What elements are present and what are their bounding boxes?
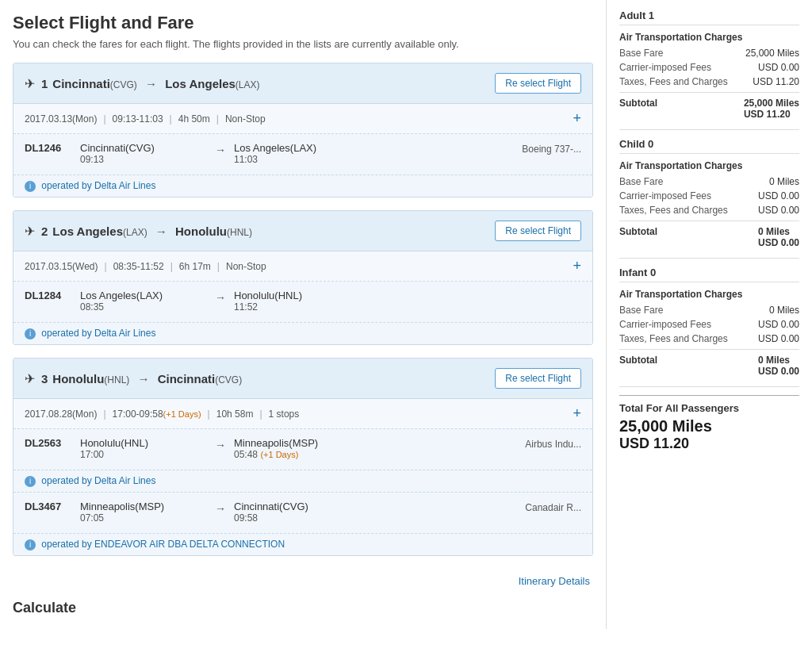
- child-subtotal-row: Subtotal 0 Miles USD 0.00: [619, 221, 799, 248]
- flight-number-2: 2: [41, 224, 48, 238]
- segment-arrow-2-0: →: [215, 290, 226, 304]
- child-base-fare-label: Base Fare: [619, 176, 663, 187]
- child-carrier-fees-value: USD 0.00: [758, 190, 799, 201]
- flight-header-3: ✈ 3 Honolulu(HNL) → Cincinnati(CVG) Re s…: [13, 359, 592, 399]
- child-taxes-label: Taxes, Fees and Charges: [619, 205, 728, 216]
- infant-title: Infant 0: [619, 267, 799, 282]
- infant-carrier-fees-row: Carrier-imposed Fees USD 0.00: [619, 319, 799, 330]
- infant-air-transport-title: Air Transportation Charges: [619, 289, 799, 300]
- taxes-label: Taxes, Fees and Charges: [619, 76, 728, 87]
- flight-header-2: ✈ 2 Los Angeles(LAX) → Honolulu(HNL) Re …: [13, 211, 592, 251]
- carrier-fees-value: USD 0.00: [758, 62, 799, 73]
- child-taxes-value: USD 0.00: [758, 205, 799, 216]
- origin-city-2: Los Angeles: [52, 224, 123, 238]
- segment-aircraft-1-0: Boeing 737-...: [522, 142, 581, 155]
- infant-carrier-fees-label: Carrier-imposed Fees: [619, 319, 711, 330]
- child-base-fare-row: Base Fare 0 Miles: [619, 176, 799, 187]
- infant-base-fare-label: Base Fare: [619, 305, 663, 316]
- taxes-value: USD 11.20: [753, 76, 799, 87]
- base-fare-value: 25,000 Miles: [745, 48, 799, 59]
- route-arrow-3: →: [138, 372, 153, 386]
- segment-dest-time-2-0: 11:52: [234, 301, 393, 313]
- segment-dest-city-2-0: Honolulu(HNL): [234, 290, 393, 301]
- divider-1: [619, 129, 799, 130]
- segment-dest-time-1-0: 11:03: [234, 154, 393, 165]
- flight-card-2: ✈ 2 Los Angeles(LAX) → Honolulu(HNL) Re …: [13, 210, 593, 345]
- infant-subtotal-value: 0 Miles USD 0.00: [758, 355, 799, 377]
- flight-card-3: ✈ 3 Honolulu(HNL) → Cincinnati(CVG) Re s…: [13, 358, 593, 556]
- segment-plus-days-3-0: (+1 Days): [260, 450, 298, 459]
- info-icon-1-0: i: [25, 181, 36, 192]
- taxes-row: Taxes, Fees and Charges USD 11.20: [619, 76, 799, 87]
- route-arrow-1: →: [145, 77, 160, 90]
- carrier-fees-label: Carrier-imposed Fees: [619, 62, 711, 73]
- expand-icon-3[interactable]: +: [573, 405, 581, 422]
- base-fare-row: Base Fare 25,000 Miles: [619, 48, 799, 59]
- itinerary-details-link[interactable]: Itinerary Details: [519, 575, 590, 587]
- operated-row-3-0: i operated by Delta Air Lines: [13, 470, 592, 492]
- segment-arrow-3-1: →: [215, 501, 226, 515]
- reselect-button-1[interactable]: Re select Flight: [495, 73, 581, 94]
- dest-code-1: (LAX): [236, 79, 260, 90]
- expand-icon-2[interactable]: +: [573, 258, 581, 274]
- child-section: Child 0 Air Transportation Charges Base …: [619, 138, 799, 248]
- child-taxes-row: Taxes, Fees and Charges USD 0.00: [619, 205, 799, 216]
- subtotal-row: Subtotal 25,000 Miles USD 11.20: [619, 92, 799, 120]
- segment-origin-city-2-0: Los Angeles(LAX): [80, 290, 207, 301]
- segment-origin-city-3-0: Honolulu(HNL): [80, 437, 207, 449]
- flight-route-2: Los Angeles(LAX) → Honolulu(HNL): [52, 224, 495, 238]
- flight-duration-3: 10h 58m: [216, 409, 254, 420]
- infant-section: Infant 0 Air Transportation Charges Base…: [619, 267, 799, 377]
- segment-arrow-1-0: →: [215, 142, 226, 156]
- infant-base-fare-value: 0 Miles: [769, 305, 799, 316]
- operated-by-1-0: operated by Delta Air Lines: [41, 180, 155, 191]
- segment-origin-time-3-0: 17:00: [80, 449, 207, 460]
- flight-segment-1-0: DL1246 Cincinnati(CVG) 09:13 → Los Angel…: [13, 134, 592, 175]
- segment-dest-time-3-0: 05:48 (+1 Days): [234, 449, 393, 460]
- segment-flight-num-3-0: DL2563: [25, 437, 80, 449]
- flight-date-2: 2017.03.15(Wed): [25, 261, 98, 272]
- flight-segment-2-0: DL1284 Los Angeles(LAX) 08:35 → Honolulu…: [13, 282, 592, 323]
- segment-origin-city-1-0: Cincinnati(CVG): [80, 142, 207, 154]
- flight-stops-3: 1 stops: [269, 409, 300, 420]
- page-title: Select Flight and Fare: [13, 13, 593, 33]
- total-miles: 25,000 Miles: [619, 417, 799, 435]
- flight-number-1: 1: [41, 77, 48, 90]
- reselect-button-3[interactable]: Re select Flight: [495, 368, 581, 389]
- plane-icon-3: ✈: [25, 371, 35, 386]
- origin-city-1: Cincinnati: [52, 77, 110, 90]
- dest-city-3: Cincinnati: [158, 372, 216, 386]
- segment-flight-num-2-0: DL1284: [25, 290, 80, 301]
- plane-icon-1: ✈: [25, 76, 35, 91]
- flight-number-3: 3: [41, 372, 48, 386]
- flight-date-row-2: 2017.03.15(Wed) | 08:35-11:52 | 6h 17m |…: [13, 251, 592, 282]
- flight-header-1: ✈ 1 Cincinnati(CVG) → Los Angeles(LAX) R…: [13, 63, 592, 104]
- child-carrier-fees-row: Carrier-imposed Fees USD 0.00: [619, 190, 799, 201]
- segment-flight-num-1-0: DL1246: [25, 142, 80, 154]
- segment-origin-time-3-1: 07:05: [80, 512, 207, 524]
- flight-duration-1: 4h 50m: [178, 113, 210, 125]
- segment-aircraft-3-1: Canadair R...: [525, 501, 581, 513]
- divider-2: [619, 258, 799, 259]
- flight-time-range-2: 08:35-11:52: [113, 261, 164, 272]
- flight-plus-days-3: (+1 Days): [163, 409, 201, 419]
- total-usd: USD 11.20: [619, 435, 799, 452]
- infant-taxes-row: Taxes, Fees and Charges USD 0.00: [619, 333, 799, 344]
- reselect-button-2[interactable]: Re select Flight: [495, 221, 581, 241]
- subtotal-value: 25,000 Miles USD 11.20: [744, 98, 799, 120]
- flight-date-1: 2017.03.13(Mon): [25, 113, 97, 125]
- dest-city-2: Honolulu: [175, 224, 227, 238]
- dest-code-3: (CVG): [215, 374, 242, 386]
- origin-code-3: (HNL): [104, 374, 129, 386]
- divider-3: [619, 386, 799, 387]
- expand-icon-1[interactable]: +: [573, 110, 581, 127]
- plane-icon-2: ✈: [25, 224, 35, 239]
- route-arrow-2: →: [155, 224, 170, 238]
- child-base-fare-value: 0 Miles: [769, 176, 799, 187]
- child-carrier-fees-label: Carrier-imposed Fees: [619, 190, 711, 201]
- child-air-transport-title: Air Transportation Charges: [619, 160, 799, 171]
- infant-subtotal-row: Subtotal 0 Miles USD 0.00: [619, 349, 799, 377]
- calculate-title: Calculate: [13, 600, 593, 616]
- segment-origin-time-1-0: 09:13: [80, 154, 207, 165]
- total-section: Total For All Passengers 25,000 Miles US…: [619, 395, 799, 452]
